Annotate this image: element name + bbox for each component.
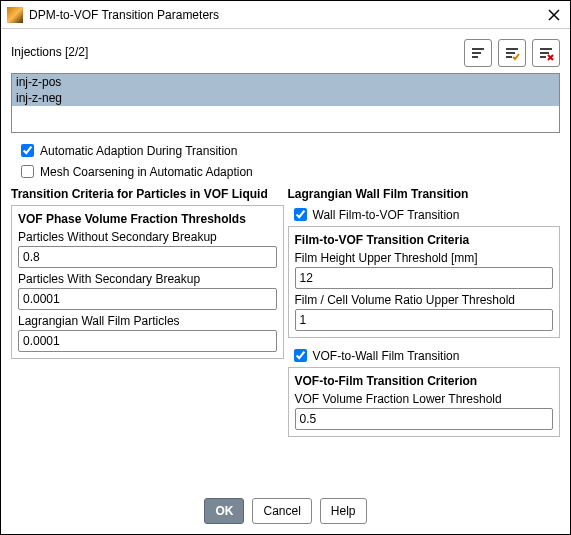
wall-to-vof-row: Wall Film-to-VOF Transition: [290, 205, 561, 224]
g1f1-input[interactable]: [295, 267, 554, 289]
g1f1-label: Film Height Upper Threshold [mm]: [295, 251, 554, 265]
mesh-coarsen-checkbox[interactable]: [21, 165, 34, 178]
dialog-window: DPM-to-VOF Transition Parameters Injecti…: [0, 0, 571, 535]
ok-button[interactable]: OK: [204, 498, 244, 524]
g1f2-label: Film / Cell Volume Ratio Upper Threshold: [295, 293, 554, 307]
f1-label: Particles Without Secondary Breakup: [18, 230, 277, 244]
g2f1-label: VOF Volume Fraction Lower Threshold: [295, 392, 554, 406]
app-icon: [7, 7, 23, 23]
wall-to-vof-label: Wall Film-to-VOF Transition: [313, 208, 460, 222]
columns: Transition Criteria for Particles in VOF…: [11, 187, 560, 445]
vof-to-wall-row: VOF-to-Wall Film Transition: [290, 346, 561, 365]
left-section-title: Transition Criteria for Particles in VOF…: [11, 187, 284, 201]
list-check-icon[interactable]: [498, 39, 526, 67]
injections-label: Injections [2/2]: [11, 39, 464, 59]
vof-thresholds-title: VOF Phase Volume Fraction Thresholds: [18, 212, 277, 226]
auto-adapt-checkbox[interactable]: [21, 144, 34, 157]
list-item[interactable]: inj-z-pos: [12, 74, 559, 90]
list-icon[interactable]: [464, 39, 492, 67]
mesh-coarsen-row: Mesh Coarsening in Automatic Adaption: [17, 162, 560, 181]
list-toolbar: [464, 39, 560, 67]
right-section-title: Lagrangian Wall Film Transition: [288, 187, 561, 201]
film-to-vof-title: Film-to-VOF Transition Criteria: [295, 233, 554, 247]
auto-adapt-row: Automatic Adaption During Transition: [17, 141, 560, 160]
g1f2-input[interactable]: [295, 309, 554, 331]
auto-adapt-label: Automatic Adaption During Transition: [40, 144, 237, 158]
wall-to-vof-checkbox[interactable]: [294, 208, 307, 221]
list-item[interactable]: inj-z-neg: [12, 90, 559, 106]
titlebar: DPM-to-VOF Transition Parameters: [1, 1, 570, 29]
button-row: OK Cancel Help: [1, 498, 570, 524]
injections-header: Injections [2/2]: [11, 39, 560, 67]
f2-input[interactable]: [18, 288, 277, 310]
f1-input[interactable]: [18, 246, 277, 268]
mesh-coarsen-label: Mesh Coarsening in Automatic Adaption: [40, 165, 253, 179]
f2-label: Particles With Secondary Breakup: [18, 272, 277, 286]
g2f1-input[interactable]: [295, 408, 554, 430]
help-button[interactable]: Help: [320, 498, 367, 524]
f3-input[interactable]: [18, 330, 277, 352]
f3-label: Lagrangian Wall Film Particles: [18, 314, 277, 328]
content-area: Injections [2/2] inj-z-pos inj-z-neg Aut…: [1, 29, 570, 455]
left-column: Transition Criteria for Particles in VOF…: [11, 187, 284, 445]
right-column: Lagrangian Wall Film Transition Wall Fil…: [288, 187, 561, 445]
vof-to-wall-checkbox[interactable]: [294, 349, 307, 362]
vof-to-wall-label: VOF-to-Wall Film Transition: [313, 349, 460, 363]
vof-to-film-title: VOF-to-Film Transition Criterion: [295, 374, 554, 388]
list-delete-icon[interactable]: [532, 39, 560, 67]
vof-to-film-group: VOF-to-Film Transition Criterion VOF Vol…: [288, 367, 561, 437]
vof-thresholds-group: VOF Phase Volume Fraction Thresholds Par…: [11, 205, 284, 359]
window-title: DPM-to-VOF Transition Parameters: [29, 8, 544, 22]
injections-listbox[interactable]: inj-z-pos inj-z-neg: [11, 73, 560, 133]
close-icon[interactable]: [544, 5, 564, 25]
cancel-button[interactable]: Cancel: [252, 498, 311, 524]
film-to-vof-group: Film-to-VOF Transition Criteria Film Hei…: [288, 226, 561, 338]
